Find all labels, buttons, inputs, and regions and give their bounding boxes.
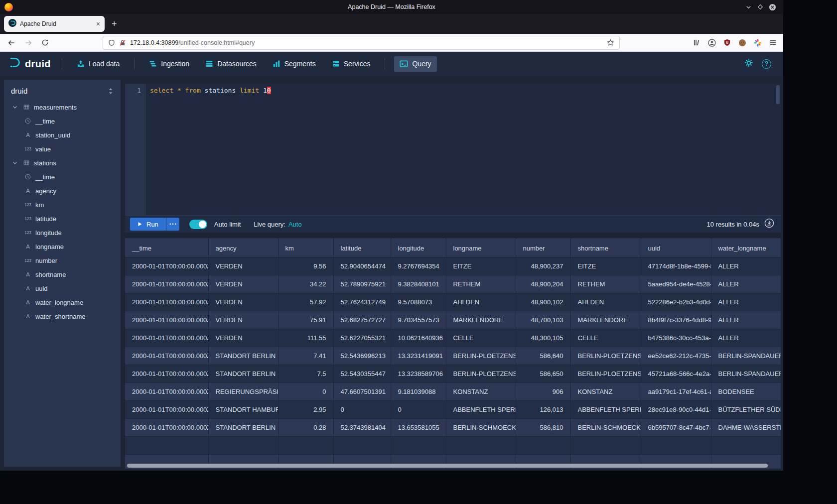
cell-longname[interactable]: BERLIN-PLOETZENSEE C [446,347,516,365]
cell-longname[interactable]: ABBENFLETH SPERRWE [446,401,516,419]
cell-water-longname[interactable]: BODENSEE [711,383,781,401]
cell-shortname[interactable]: CELLE [570,329,641,347]
settings-gear-icon[interactable] [744,58,753,69]
cell--time[interactable]: 2000-01-01T00:00:00.000Z [125,365,208,383]
tree-item--time[interactable]: __time [4,114,121,128]
cell-number[interactable]: 48,900,237 [516,257,570,275]
cell-shortname[interactable]: RETHEM [570,275,641,293]
tree-item-longitude[interactable]: 123longitude [4,226,121,240]
cell-water-longname[interactable]: BÜTZFLETHER SÜDERE [711,401,781,419]
tree-item-km[interactable]: 123km [4,198,121,212]
insecure-lock-icon[interactable] [119,39,126,46]
cell-longname[interactable]: BERLIN-SCHMOECKWIT [446,419,516,437]
ublock-icon[interactable] [723,39,731,46]
cell-water-longname[interactable]: BERLIN-SPANDAUER-S [711,365,781,383]
cell-longname[interactable]: AHLDEN [446,293,516,311]
auto-limit-toggle[interactable] [189,220,207,229]
nav-item-query[interactable]: Query [394,56,436,72]
new-tab-button[interactable]: + [112,19,117,28]
cell-uuid[interactable]: 5aaed954-de4e-4528-8f [641,275,711,293]
cell-uuid[interactable]: 45721a68-566c-4e2a-a6 [641,365,711,383]
cell-shortname[interactable]: EITZE [570,257,641,275]
cell-uuid[interactable]: 47174d8f-1b8e-4599-8a [641,257,711,275]
cell-number[interactable]: 126,013 [516,401,570,419]
forward-button[interactable] [24,39,32,47]
horizontal-scrollbar-thumb[interactable] [127,464,768,468]
cell-uuid[interactable]: ee52ce62-212c-4735-b4 [641,347,711,365]
window-minimize-button[interactable] [745,4,752,10]
browser-tab[interactable]: Apache Druid × [4,16,105,32]
cell-longname[interactable]: BERLIN-PLOETZENSEE U [446,365,516,383]
tree-item-uuid[interactable]: Auuid [4,281,121,295]
tree-item-longname[interactable]: Alongname [4,240,121,253]
cell-km[interactable]: 0 [278,383,333,401]
sort-icon[interactable] [108,88,114,95]
cell-longname[interactable]: CELLE [446,329,516,347]
window-close-button[interactable] [769,3,776,11]
cell--time[interactable]: 2000-01-01T00:00:00.000Z [125,383,208,401]
cell--time[interactable]: 2000-01-01T00:00:00.000Z [125,293,208,311]
tree-item-number[interactable]: 123number [4,253,121,267]
tree-item-measurements[interactable]: measurements [4,100,121,114]
cell-agency[interactable]: VERDEN [208,329,278,347]
extension-avatar-icon[interactable] [738,39,746,47]
cell-km[interactable]: 7.5 [278,365,333,383]
cell-km[interactable]: 9.56 [278,257,333,275]
cell-agency[interactable]: STANDORT BERLIN [208,365,278,383]
cell-longitude[interactable]: 9.57088073 [391,293,446,311]
nav-item-services[interactable]: Services [326,56,376,71]
cell-km[interactable]: 111.55 [278,329,333,347]
tree-item-value[interactable]: 123value [4,142,121,156]
cell-agency[interactable]: VERDEN [208,257,278,275]
cell-longitude[interactable]: 9.7034557573 [391,311,446,329]
nav-item-ingestion[interactable]: Ingestion [143,56,195,71]
library-icon[interactable] [693,39,700,46]
cell-longitude[interactable]: 9.181039088 [391,383,446,401]
cell-longname[interactable]: MARKLENDORF [446,311,516,329]
cell-shortname[interactable]: MARKLENDORF [570,311,641,329]
cell-latitude[interactable]: 47.6607501391 [333,383,391,401]
cell-latitude[interactable]: 52.5430355447 [333,365,391,383]
cell-water-longname[interactable]: ALLER [711,293,781,311]
cell-water-longname[interactable]: ALLER [711,257,781,275]
cell-number[interactable]: 906 [516,383,570,401]
cell-shortname[interactable]: ABBENFLETH SPERRWE [570,401,641,419]
cell-shortname[interactable]: BERLIN-PLOETZENSEE C [570,347,641,365]
cell-agency[interactable]: REGIERUNGSPRÄSIDIUM [208,383,278,401]
account-icon[interactable] [708,39,716,47]
cell-agency[interactable]: STANDORT HAMBURG [208,401,278,419]
cell-number[interactable]: 48,900,204 [516,275,570,293]
tree-item--time[interactable]: __time [4,170,121,184]
run-button[interactable]: Run [130,218,166,231]
cell-latitude[interactable]: 52.9040654474 [333,257,391,275]
tree-item-water-longname[interactable]: Awater_longname [4,295,121,309]
column-header--time[interactable]: __time [125,239,208,257]
cell-number[interactable]: 48,700,103 [516,311,570,329]
cell-uuid[interactable]: 522286e2-b2b3-4d0d-9a [641,293,711,311]
cell-latitude[interactable]: 52.3743981404 [333,419,391,437]
cell--time[interactable]: 2000-01-01T00:00:00.000Z [125,419,208,437]
tab-close-icon[interactable]: × [96,20,100,27]
cell-km[interactable]: 0.28 [278,419,333,437]
cell-latitude[interactable]: 52.7890975921 [333,275,391,293]
cell-km[interactable]: 57.92 [278,293,333,311]
cell-number[interactable]: 586,640 [516,347,570,365]
cell-water-longname[interactable]: ALLER [711,275,781,293]
cell-latitude[interactable]: 52.7624312749 [333,293,391,311]
tree-item-shortname[interactable]: Ashortname [4,267,121,281]
cell--time[interactable]: 2000-01-01T00:00:00.000Z [125,329,208,347]
column-header-longitude[interactable]: longitude [391,239,446,257]
cell-km[interactable]: 75.91 [278,311,333,329]
cell-number[interactable]: 586,650 [516,365,570,383]
cell-longitude[interactable]: 13.3238589706 [391,365,446,383]
run-more-options-button[interactable] [166,218,179,231]
cell-latitude[interactable]: 52.6827572727 [333,311,391,329]
cell-longitude[interactable]: 13.653581055 [391,419,446,437]
cell-longname[interactable]: RETHEM [446,275,516,293]
nav-item-load-data[interactable]: Load data [71,56,125,71]
menu-icon[interactable] [769,39,777,46]
cell-uuid[interactable]: b475386c-30cc-453a-b3 [641,329,711,347]
cell-water-longname[interactable]: BERLIN-SPANDAUER-S [711,347,781,365]
tree-item-stations[interactable]: stations [4,156,121,170]
cell-km[interactable]: 34.22 [278,275,333,293]
